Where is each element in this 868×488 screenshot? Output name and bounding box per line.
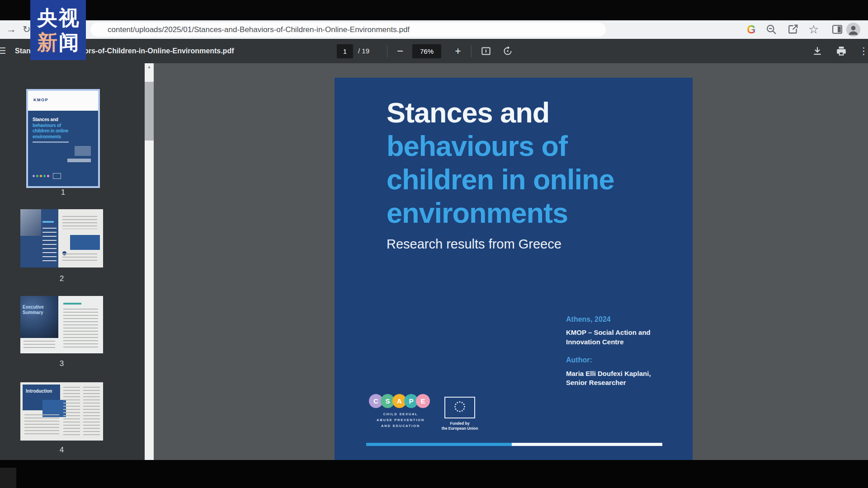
screen: → ↻ content/uploads/2025/01/Stances-and-… xyxy=(0,0,868,488)
side-panel-icon[interactable] xyxy=(831,23,844,36)
toolbar-divider xyxy=(471,45,472,57)
kmop-logo: KMOP xyxy=(33,98,48,102)
toc-mini-left xyxy=(20,209,58,267)
watermark-char: 新 xyxy=(37,30,57,55)
exec-summary-photo: Executive Summary xyxy=(20,296,58,338)
doc-subtitle: Research results from Greece xyxy=(387,237,561,252)
pdf-viewer: KMOP Stances and behaviours of children … xyxy=(0,63,868,460)
bottom-corner-square xyxy=(0,468,16,488)
date-place: Athens, 2024 xyxy=(566,315,651,324)
author-label: Author: xyxy=(566,356,651,364)
csape-letter: E xyxy=(416,394,430,408)
eu-caption: Funded by the European Union xyxy=(435,421,485,431)
thumbnail-label-4: 4 xyxy=(20,446,103,455)
doc-title-line-3: children in online xyxy=(387,163,614,196)
doc-title-line-4: environments xyxy=(387,196,614,230)
fit-page-button[interactable] xyxy=(480,45,492,57)
thumbnails-panel: KMOP Stances and behaviours of children … xyxy=(0,63,145,460)
thumbnail-page-1[interactable]: KMOP Stances and behaviours of children … xyxy=(26,89,100,188)
cover-mini-title: Stances and behaviours of children in on… xyxy=(33,117,68,140)
share-icon[interactable] xyxy=(787,23,799,36)
zoom-out-button[interactable]: − xyxy=(393,39,407,63)
csape-logo: C S A P E CHILD SEXUAL ABUSE PREVENTION … xyxy=(369,394,432,429)
url-bar[interactable]: content/uploads/2025/01/Stances-and-Beha… xyxy=(90,23,606,37)
decor-bar-white xyxy=(512,443,662,446)
watermark-char: 央 xyxy=(37,6,57,30)
watermark-char: 视 xyxy=(59,6,79,30)
zoom-in-button[interactable]: + xyxy=(451,39,465,63)
bottom-letterbox-bar xyxy=(0,460,868,488)
page-count-label: / 19 xyxy=(358,39,369,63)
more-options-button[interactable]: ⋮ xyxy=(859,39,868,63)
thumbnail-label-3: 3 xyxy=(20,359,103,368)
decor-progress-bar xyxy=(366,443,662,446)
cover-mini-subtitle xyxy=(33,141,69,143)
bookmark-star-icon[interactable]: ☆ xyxy=(808,23,821,36)
publication-meta: Athens, 2024 KMOP – Social Action and In… xyxy=(566,315,651,347)
watermark-char: 闻 xyxy=(59,30,79,55)
doc-title-line-2: behaviours of xyxy=(387,129,614,163)
cover-mini-block xyxy=(75,146,91,156)
google-g-icon[interactable]: G xyxy=(747,23,760,36)
scroll-up-icon[interactable]: ▲ xyxy=(145,65,154,69)
print-button[interactable] xyxy=(835,45,847,57)
sidebar-scrollbar[interactable]: ▲ xyxy=(145,63,154,460)
forward-button[interactable]: → xyxy=(6,23,16,36)
scrollbar-thumb[interactable] xyxy=(145,82,154,141)
thumbnail-label-2: 2 xyxy=(20,274,103,283)
rotate-button[interactable] xyxy=(502,45,514,57)
csape-caption: CHILD SEXUAL ABUSE PREVENTION AND EDUCAT… xyxy=(369,411,432,429)
reload-button[interactable]: ↻ xyxy=(23,23,31,36)
cover-header: KMOP xyxy=(28,91,98,111)
eu-funding-logo: Funded by the European Union xyxy=(435,397,485,431)
url-text: content/uploads/2025/01/Stances-and-Beha… xyxy=(108,23,410,37)
profile-avatar[interactable] xyxy=(846,23,860,37)
document-page: Stances and behaviours of children in on… xyxy=(335,78,693,460)
thumbnail-page-4[interactable]: Introduction xyxy=(20,382,103,441)
top-letterbox-bar xyxy=(0,0,868,20)
thumbnail-page-3[interactable]: Executive Summary xyxy=(20,296,103,353)
doc-title-line-1: Stances and xyxy=(387,96,614,129)
page-number-input[interactable]: 1 xyxy=(337,44,353,58)
cover-mini-block xyxy=(67,159,91,162)
org-name-line-1: KMOP – Social Action and xyxy=(566,328,651,337)
org-name-line-2: Innovation Centre xyxy=(566,337,651,347)
toolbar-divider xyxy=(387,45,387,57)
thumbnail-page-2[interactable] xyxy=(20,209,103,267)
author-name: Maria Elli Doufexi Kaplani, xyxy=(566,369,651,378)
zoom-level-box[interactable]: 76% xyxy=(412,44,441,58)
doc-title: Stances and behaviours of children in on… xyxy=(387,96,614,230)
cover-mini-logos xyxy=(33,173,61,179)
author-block: Author: Maria Elli Doufexi Kaplani, Seni… xyxy=(566,356,651,387)
download-button[interactable] xyxy=(811,45,823,57)
thumbnail-label-1: 1 xyxy=(26,188,100,197)
decor-bar-blue xyxy=(366,443,512,446)
author-role: Senior Researcher xyxy=(566,378,651,387)
menu-icon[interactable] xyxy=(0,47,5,56)
cctv-news-watermark: 央视 新闻 xyxy=(30,0,86,60)
person-icon xyxy=(846,23,860,37)
zoom-search-icon[interactable] xyxy=(765,23,778,36)
eu-flag-icon xyxy=(444,397,475,418)
